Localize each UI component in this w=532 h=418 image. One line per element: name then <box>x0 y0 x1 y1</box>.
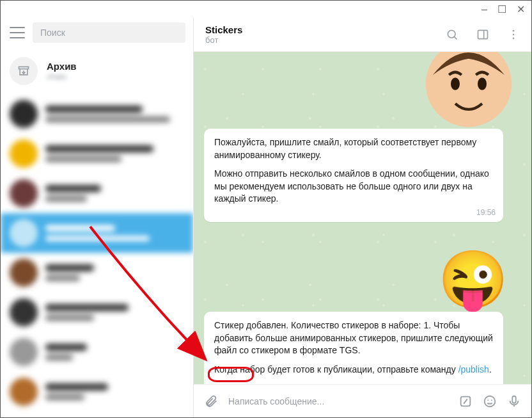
svg-point-5 <box>513 37 515 39</box>
message-input-bar: Написать сообщение... <box>194 384 531 417</box>
sticker-wink-emoji: 😜 <box>438 252 508 308</box>
menu-button[interactable] <box>10 27 25 38</box>
search-input[interactable]: Поиск <box>33 22 185 43</box>
publish-command-link[interactable]: /publish <box>458 364 489 374</box>
message-time: 20:02 <box>476 382 496 384</box>
message-time: 19:56 <box>476 207 496 218</box>
chat-item[interactable] <box>1 372 193 412</box>
svg-point-7 <box>451 77 460 90</box>
message-text: Когда набор будет готов к публикации, от… <box>214 364 493 376</box>
archive-text: Архив chats <box>47 61 77 81</box>
chat-item[interactable] <box>1 94 193 134</box>
message-text: Можно отправить несколько смайлов в одно… <box>214 168 493 205</box>
mic-icon[interactable] <box>507 394 521 408</box>
svg-rect-13 <box>512 396 516 403</box>
chat-item[interactable] <box>1 332 193 372</box>
attach-icon[interactable] <box>204 394 218 408</box>
maximize-button[interactable]: ☐ <box>497 4 506 15</box>
svg-point-8 <box>478 77 487 90</box>
window-controls: – ☐ ✕ <box>481 4 525 15</box>
svg-point-12 <box>491 399 492 401</box>
chat-body: 😜 Пожалуйста, пришлите смайл, который со… <box>194 52 531 384</box>
message-text: Стикер добавлен. Количество стикеров в н… <box>214 319 493 357</box>
message-bubble: Пожалуйста, пришлите смайл, который соот… <box>204 129 503 222</box>
main: Stickers бот <box>194 17 531 417</box>
chat-subtitle: бот <box>205 35 428 45</box>
close-button[interactable]: ✕ <box>517 4 525 15</box>
minimize-button[interactable]: – <box>481 4 487 15</box>
app: Поиск Архив chats Stickers бот <box>1 1 531 417</box>
chat-item[interactable] <box>1 253 193 293</box>
chat-header: Stickers бот <box>194 17 531 52</box>
sidebar-header: Поиск <box>1 17 193 52</box>
chat-item-selected[interactable] <box>1 213 193 253</box>
sticker-face <box>424 52 513 138</box>
emoji-icon[interactable] <box>483 394 497 408</box>
svg-point-11 <box>487 399 489 401</box>
chat-list <box>1 94 193 417</box>
archive-icon <box>10 57 38 85</box>
chat-item[interactable] <box>1 173 193 213</box>
svg-point-10 <box>485 396 496 406</box>
svg-point-1 <box>448 30 455 38</box>
chat-title[interactable]: Stickers бот <box>205 24 428 45</box>
sidebar: Поиск Архив chats <box>1 17 194 417</box>
search-icon[interactable] <box>446 28 458 41</box>
svg-point-4 <box>513 33 515 35</box>
archive-sub: chats <box>47 72 77 81</box>
command-icon[interactable] <box>458 394 473 408</box>
sidepanel-icon[interactable] <box>476 28 489 41</box>
archive-label: Архив <box>47 61 77 72</box>
chat-name: Stickers <box>205 24 428 35</box>
message-input[interactable]: Написать сообщение... <box>228 396 448 406</box>
message-bubble: Стикер добавлен. Количество стикеров в н… <box>204 312 503 384</box>
svg-rect-0 <box>19 67 29 68</box>
chat-item[interactable] <box>1 293 193 332</box>
message-text: Пожалуйста, пришлите смайл, который соот… <box>214 136 493 161</box>
svg-point-3 <box>513 29 515 31</box>
chat-item[interactable] <box>1 134 193 173</box>
more-icon[interactable] <box>507 28 520 41</box>
svg-point-6 <box>426 52 512 127</box>
svg-rect-2 <box>478 30 488 38</box>
archive-row[interactable]: Архив chats <box>1 52 193 94</box>
